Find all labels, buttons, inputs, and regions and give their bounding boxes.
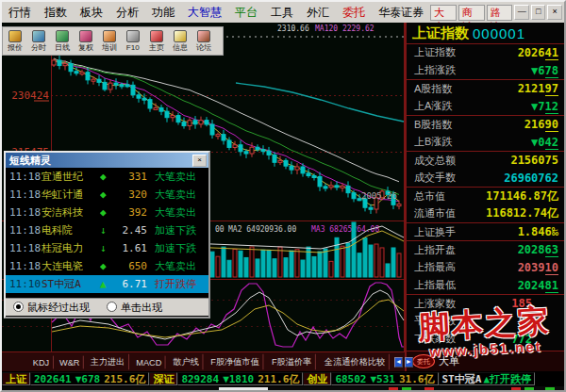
tab-kdj[interactable]: KDJ (29, 355, 54, 368)
menu-tools[interactable]: 工具 (264, 5, 300, 21)
panel-header: 上证指数 000001 (407, 23, 564, 44)
kline-icon (56, 30, 69, 42)
status-cy-values: 68502▼53131.6亿 (331, 372, 438, 385)
row-a-index: A股指数212197 (407, 79, 564, 97)
seal-icon: 委托 (412, 354, 435, 368)
toolbar-home[interactable]: 主页 (144, 30, 168, 52)
status-bar: 上证 202641▼678215.6亿 深证 829284▼1810211.6亿… (2, 371, 564, 386)
index-code: 000001 (473, 25, 525, 41)
menu-forex[interactable]: 外汇 (300, 5, 336, 21)
alert-row-selected[interactable]: 11:10ST中冠A▲6.71打开跌停 (6, 275, 208, 293)
tab-f-netvalue[interactable]: F股净值市值 (207, 354, 263, 370)
tab-fullfloat-price[interactable]: 全流通价格比较 (321, 354, 390, 370)
ticker-block (389, 387, 398, 391)
toolbar-rights[interactable]: 复权 (74, 30, 97, 52)
alert-row[interactable]: 11:18华虹计通◆320大笔卖出 (6, 186, 208, 204)
popup-titlebar[interactable]: 短线精灵 × (6, 153, 208, 168)
toolbar: 报价 分时 日线 复权 培训 F10 主页 信息 论坛 (2, 26, 224, 56)
popup-options: 鼠标经过出现 单击出现 (6, 298, 208, 316)
menu-dazhihui[interactable]: 大智慧 (181, 5, 228, 21)
row-a-change: 上A涨跌▼712 (407, 97, 564, 115)
tab-wr[interactable]: W&R (56, 355, 84, 368)
toolbar-quote[interactable]: 报价 (3, 30, 26, 52)
row-total-cap: 总市值171146.87亿 (407, 187, 564, 204)
bottom-ticker (2, 386, 564, 392)
tab-scroll-right-icon[interactable]: ► (405, 357, 413, 368)
toolbar-forum[interactable]: 论坛 (191, 30, 215, 52)
row-float-cap: 流通市值116812.74亿 (407, 204, 564, 222)
row-index: 上证指数202641 (407, 43, 564, 61)
row-turnover-amount: 成交总额2156075 (407, 151, 564, 169)
toolbar-training[interactable]: 培训 (97, 30, 121, 52)
row-advancers: 上涨家数185 (407, 294, 564, 312)
mall-button[interactable]: 商城 (458, 5, 485, 21)
radio-hover-icon (13, 302, 24, 312)
index-quote-panel: 上证指数 000001 上证指数202641 上指涨跌▼678 A股指数2121… (405, 23, 564, 371)
tab-f-premium[interactable]: F股溢价率 (268, 354, 316, 370)
status-sz-label[interactable]: 深证 (149, 372, 177, 385)
toolbar-f10[interactable]: F10 (121, 30, 144, 52)
row-b-index: B股指数21690 (407, 115, 564, 133)
training-icon (103, 30, 116, 42)
status-stock[interactable]: ST中冠A▲打开跌停 (439, 372, 536, 385)
svg-text:MA2 64920936.00: MA2 64920936.00 (228, 225, 296, 234)
alert-row[interactable]: 11:18安洁科技◆392大笔卖出 (6, 204, 208, 221)
menu-sector[interactable]: 板块 (74, 5, 109, 21)
contest-button[interactable]: 大赛 (430, 5, 457, 21)
menu-bar: 行情 指数 板块 分析 功能 大智慧 平台 工具 外汇 委托 华泰证券 大赛 商… (2, 2, 564, 24)
toolbar-kline[interactable]: 日线 (50, 30, 74, 52)
status-sz-values: 829284▼1810211.6亿 (177, 372, 303, 385)
close-button[interactable]: × (547, 5, 562, 20)
shortterm-wizard-popup: 短线精灵 × 11:18宜通世纪◆331大笔卖出 11:18华虹计通◆320大笔… (4, 151, 210, 318)
maximize-button[interactable]: □ (531, 5, 546, 20)
panel-bottom-tab: 委托 大单 (407, 351, 564, 371)
svg-text:2005.26: 2005.26 (361, 191, 397, 201)
alert-row[interactable]: 11:18大连电瓷◆650大笔卖出 (6, 257, 208, 275)
menu-index[interactable]: 指数 (38, 5, 74, 21)
svg-text:MA120 2229.62: MA120 2229.62 (315, 24, 375, 33)
alert-row[interactable]: 11:18桂冠电力↓1.61加速下跌 (6, 239, 208, 257)
minimize-button[interactable]: — (514, 5, 529, 20)
toolbar-info[interactable]: 信息 (168, 30, 191, 52)
indicator-tab-bar: KDJ W&R 主力进出 MACD 散户线 F股净值市值 F股溢价率 全流通价格… (2, 352, 405, 371)
menu-analysis[interactable]: 分析 (109, 5, 145, 21)
panel-rows: 上证指数202641 上指涨跌▼678 A股指数212197 上A涨跌▼712 … (407, 43, 564, 348)
ticker-block (424, 387, 434, 391)
row-turnover-lots: 成交手数26960762 (407, 169, 564, 187)
tab-scroll-left-icon[interactable]: ◄ (394, 357, 403, 368)
status-sh-values: 202641▼678215.6亿 (30, 372, 149, 385)
menu-platform[interactable]: 平台 (228, 5, 264, 21)
status-sh-label[interactable]: 上证 (2, 372, 30, 385)
popup-title: 短线精灵 (9, 154, 51, 168)
toolbar-minute[interactable]: 分时 (26, 30, 50, 52)
ticker-block (511, 387, 521, 391)
row-decliners: 下跌家数772 (407, 330, 564, 348)
ticker-block (402, 387, 411, 391)
tab-macd[interactable]: MACD (133, 355, 166, 368)
menu-trading[interactable]: 委托 (336, 5, 372, 21)
tab-main-force[interactable]: 主力进出 (87, 354, 129, 370)
menu-quotes[interactable]: 行情 (2, 5, 38, 21)
svg-text:230424: 230424 (11, 90, 49, 102)
big-order-tab[interactable]: 大单 (439, 354, 459, 368)
option-hover[interactable]: 鼠标经过出现 (13, 301, 90, 315)
scrollbar-thumb[interactable] (219, 387, 268, 391)
ticker-block (524, 387, 534, 391)
status-cy-label[interactable]: 创业 (303, 372, 331, 385)
tab-retail-line[interactable]: 散户线 (169, 354, 203, 370)
option-click[interactable]: 单击出现 (107, 301, 162, 315)
radio-click-icon (107, 302, 117, 312)
row-turnover-rate: 上证换手1.846‰ (407, 222, 564, 240)
quote-icon (8, 30, 22, 42)
minute-chart-icon (32, 30, 45, 42)
popup-close-icon[interactable]: × (192, 155, 207, 167)
home-icon (150, 30, 163, 42)
menu-functions[interactable]: 功能 (145, 5, 181, 21)
roadshow-button[interactable]: 路演 (487, 5, 513, 21)
alert-row[interactable]: 11:18电科院↓2.45加速下跌 (6, 221, 208, 239)
menu-huatai[interactable]: 华泰证券 (372, 5, 430, 21)
alert-row[interactable]: 11:18宜通世纪◆331大笔卖出 (6, 168, 208, 186)
row-high: 上指最高203910 (407, 258, 564, 276)
forum-icon (197, 30, 210, 42)
row-low: 上指最低202481 (407, 276, 564, 294)
